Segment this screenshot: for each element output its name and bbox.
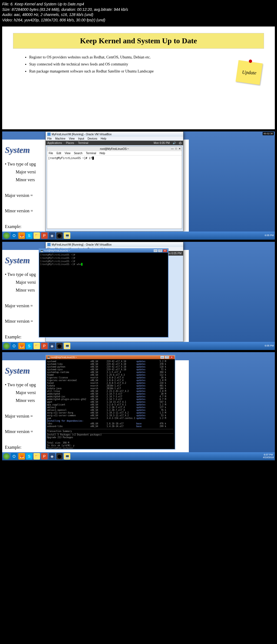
slide-title: Keep Kernel and System Up to Date bbox=[13, 33, 264, 49]
virtualbox-icon[interactable]: ◈ bbox=[49, 453, 55, 460]
maximize-button[interactable]: □ bbox=[165, 356, 169, 359]
window-titlebar[interactable]: MyFirstLinuxVM [Running] - Oracle VM Vir… bbox=[46, 242, 183, 247]
putty-icon: 💻 bbox=[47, 356, 50, 359]
firefox-icon[interactable]: 🦊 bbox=[18, 343, 25, 349]
package-row: webkitgtk4x86_642.14.7-3.el7updates20 M bbox=[47, 393, 174, 395]
package-row: wgetx86_641.14-15.el7_4.1updates547 k bbox=[47, 401, 174, 404]
firefox-icon[interactable]: 🦊 bbox=[18, 453, 25, 460]
putty-icon[interactable]: 💻 bbox=[64, 453, 70, 460]
putty-icon[interactable]: 💻 bbox=[64, 343, 70, 349]
virtualbox-icon[interactable]: ◈ bbox=[49, 232, 55, 239]
package-row: systemdx86_64219-42.el7_4.10updates5.2 M bbox=[47, 360, 174, 363]
close-button[interactable]: ✕ bbox=[170, 356, 174, 359]
gnome-topbar[interactable]: Applications Places Terminal Mon 6:05 PM… bbox=[46, 141, 183, 145]
terminal-titlebar[interactable]: root@MyFirstLinuxOS:~ — □ ✕ bbox=[47, 147, 182, 151]
package-row: systemd-sysvx86_64219-42.el7_4.10updates… bbox=[47, 368, 174, 371]
package-row: yumnoarch3.4.3-154.el7.centos.1updates1.… bbox=[47, 417, 174, 420]
package-row: webkitgtk4-jscx86_642.14.7-3.el7updates4… bbox=[47, 395, 174, 398]
obs-icon[interactable]: ⬤ bbox=[56, 232, 63, 239]
video-timestamp: 00:02:30 bbox=[263, 132, 274, 135]
obs-icon[interactable]: ⬤ bbox=[56, 453, 63, 460]
package-row: systemd-pythonx86_64219-42.el7_4.10updat… bbox=[47, 366, 174, 368]
package-row: tigervnc-licensenoarch1.8.0-2.el7_4updat… bbox=[47, 377, 174, 379]
sticky-note: Update bbox=[236, 60, 263, 85]
putty-terminal[interactable]: 💻 root@MyFirstLinuxOS:~ — □ ✕ systemdx86… bbox=[45, 355, 175, 450]
powerpoint-icon[interactable]: P bbox=[41, 453, 48, 460]
maximize-button[interactable]: □ bbox=[158, 249, 162, 252]
volume-icon[interactable]: 🔊 bbox=[173, 141, 176, 144]
clock[interactable]: Mon 6:05 PM bbox=[154, 141, 170, 144]
outlook-icon[interactable]: O bbox=[11, 453, 17, 460]
outlook-icon[interactable]: O bbox=[11, 232, 17, 239]
windows-taskbar[interactable]: O 🦊 S 📁 P ◈ ⬤ 💻 6:05 PM bbox=[2, 232, 275, 240]
windows-taskbar[interactable]: O 🦊 S 📁 P ◈ ⬤ 💻 6:05 PM bbox=[2, 342, 275, 350]
windows-taskbar[interactable]: O 🦊 S 📁 P ◈ ⬤ 💻 6:07 PM4/10/2018 bbox=[2, 452, 275, 460]
package-row: wpa_supplicantx86_641:2.6-5.el7_4.1updat… bbox=[47, 404, 174, 406]
obs-icon[interactable]: ⬤ bbox=[56, 343, 63, 349]
package-row: tunednoarch2.8.0-5.el7_4.2updates234 k bbox=[47, 382, 174, 385]
package-row: unbound-libsx86_641.4.20-34.el7base299 k bbox=[47, 425, 174, 428]
slide-panel: Keep Kernel and System Up to Date Regist… bbox=[2, 27, 275, 129]
outlook-icon[interactable]: O bbox=[11, 343, 17, 349]
slide-bullets: Register to OS providers websites such a… bbox=[13, 55, 264, 74]
file-metadata: File: 6. Keep Kernel and System Up to Da… bbox=[0, 0, 277, 24]
putty-titlebar[interactable]: 💻 root@MyFirstLinuxOS:~ — □ ✕ bbox=[39, 249, 168, 253]
terminal-menubar[interactable]: File Edit View Search Terminal Help bbox=[47, 151, 182, 156]
close-button[interactable]: ✕ bbox=[179, 147, 181, 150]
putty-terminal[interactable]: 💻 root@MyFirstLinuxOS:~ — □ ✕ [root@MyFi… bbox=[39, 248, 169, 338]
package-row: webkitgtk4-plugin-process-gtk2x86_642.14… bbox=[47, 398, 174, 401]
minimize-button[interactable]: — bbox=[154, 249, 157, 252]
skype-icon[interactable]: S bbox=[26, 343, 32, 349]
package-row: util-linuxx86_642.23.2-43.el7_4.2updates… bbox=[47, 390, 174, 393]
package-row: xmlsec1-opensslx86_641.2.20-7.el7_4updat… bbox=[47, 409, 174, 412]
package-row: tigervnc-server-minimalx86_641.8.0-2.el7… bbox=[47, 379, 174, 382]
package-row: tzdata-javanoarch2018d-1.el7updates184 k bbox=[47, 387, 174, 390]
package-row: xorg-x11-server-Xorgx86_641.19.3-11.el7_… bbox=[47, 412, 174, 414]
explorer-icon[interactable]: 📁 bbox=[34, 343, 40, 349]
places-menu[interactable]: Places bbox=[66, 141, 74, 144]
desktop-screenshot-1: 00:02:30 System • Two type of upg Major … bbox=[2, 131, 275, 240]
terminal-body[interactable]: [root@MyFirstLinuxOS ~]# [root@MyFirstLi… bbox=[39, 253, 168, 267]
desktop-screenshot-2: System • Two type of upg Major versi Min… bbox=[2, 242, 275, 350]
power-icon[interactable]: ⏻ bbox=[179, 141, 182, 144]
start-button[interactable] bbox=[3, 453, 10, 460]
powerpoint-icon[interactable]: P bbox=[41, 343, 48, 349]
package-row: systemtap-runtimex86_643.1-5.el7_4update… bbox=[47, 371, 174, 374]
firefox-icon[interactable]: 🦊 bbox=[18, 232, 25, 239]
putty-icon: 💻 bbox=[40, 249, 43, 252]
terminal-body[interactable]: [root@MyFirstLinuxOS ~]# if_ bbox=[47, 156, 182, 229]
package-row: systemd-libsx86_64219-42.el7_4.10updates… bbox=[47, 363, 174, 366]
minimize-button[interactable]: — bbox=[160, 356, 164, 359]
virtualbox-icon[interactable]: ◈ bbox=[49, 343, 55, 349]
explorer-icon[interactable]: 📁 bbox=[34, 232, 40, 239]
terminal-window[interactable]: root@MyFirstLinuxOS:~ — □ ✕ File Edit Vi… bbox=[47, 146, 182, 229]
package-row: tzdatanoarch2018d-1.el7updates481 k bbox=[47, 385, 174, 387]
putty-titlebar[interactable]: 💻 root@MyFirstLinuxOS:~ — □ ✕ bbox=[46, 355, 175, 359]
terminal-menu[interactable]: Terminal bbox=[78, 141, 88, 144]
vbox-icon bbox=[47, 133, 51, 136]
package-row: xorg-x11-server-commonx86_641.19.3-11.el… bbox=[47, 414, 174, 417]
maximize-button[interactable]: □ bbox=[175, 147, 177, 150]
close-button[interactable]: ✕ bbox=[163, 249, 167, 252]
taskbar-clock[interactable]: 6:07 PM4/10/2018 bbox=[263, 454, 274, 459]
powerpoint-icon[interactable]: P bbox=[41, 232, 48, 239]
skype-icon[interactable]: S bbox=[26, 232, 32, 239]
applications-menu[interactable]: Applications bbox=[47, 141, 62, 144]
vm-menubar[interactable]: File Machine View Input Devices Help bbox=[46, 137, 183, 141]
explorer-icon[interactable]: 📁 bbox=[34, 453, 40, 460]
minimize-button[interactable]: — bbox=[171, 147, 174, 150]
yum-output[interactable]: systemdx86_64219-42.el7_4.10updates5.2 M… bbox=[46, 359, 175, 448]
vbox-icon bbox=[47, 243, 51, 246]
skype-icon[interactable]: S bbox=[26, 453, 32, 460]
package-row: teamdx86_641.25-6.el7_4.3updates112 k bbox=[47, 374, 174, 377]
virtualbox-window[interactable]: MyFirstLinuxVM [Running] - Oracle VM Vir… bbox=[45, 131, 183, 232]
window-titlebar[interactable]: MyFirstLinuxVM [Running] - Oracle VM Vir… bbox=[46, 132, 183, 137]
start-button[interactable] bbox=[3, 232, 10, 239]
package-row: xmlsec1x86_641.2.20-7.el7_4updates177 k bbox=[47, 406, 174, 409]
package-row: ldnsx86_641.6.16-10.el7base476 k bbox=[47, 422, 174, 425]
taskbar-clock[interactable]: 6:05 PM bbox=[265, 234, 274, 237]
desktop-screenshot-3: System • Two type of upg Major versi Min… bbox=[2, 352, 275, 460]
start-button[interactable] bbox=[3, 343, 10, 349]
putty-icon[interactable]: 💻 bbox=[64, 232, 70, 239]
taskbar-clock[interactable]: 6:05 PM bbox=[265, 345, 274, 347]
